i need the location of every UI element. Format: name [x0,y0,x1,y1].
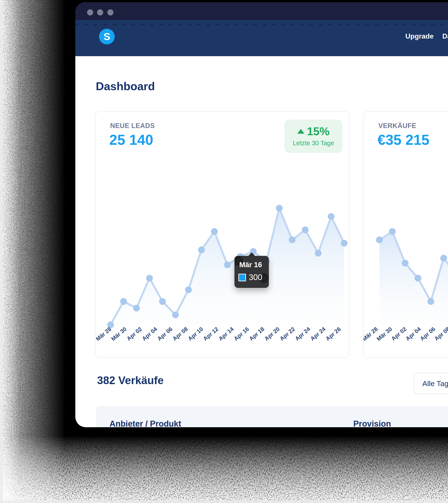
date-filter-button[interactable]: Alle Tage [414,373,448,394]
data-point[interactable] [224,261,231,268]
x-axis-label: Mär 28 [364,326,379,342]
data-point[interactable] [402,260,409,267]
trend-up-icon [297,129,304,134]
stat-label: NEUE LEADS [110,122,155,130]
nav-item-dashboard[interactable]: Dashboard [442,32,448,40]
data-point[interactable] [120,298,127,305]
x-axis-label: Apr 14 [217,325,235,342]
data-point[interactable] [185,287,192,293]
data-point[interactable] [289,236,296,243]
window-titlebar [75,2,448,20]
sales-section-title: 382 Verkäufe [97,374,164,387]
data-point[interactable] [198,246,205,253]
data-point[interactable] [341,240,347,246]
window-maximize-button[interactable] [107,9,113,16]
date-filter-label: Alle Tage [422,379,448,388]
stat-card-verkaeufe: Mär 28Mär 30Apr 02Apr 04Apr 06Apr 08 VER… [363,111,448,358]
app-header: S Upgrade Dashboard [75,20,448,56]
trend-badge: 15% Letzte 30 Tage [285,120,342,153]
sales-area-chart[interactable]: Mär 28Mär 30Apr 02Apr 04Apr 06Apr 08 [364,112,448,358]
x-axis-label: Mär 28 [95,326,112,342]
data-point[interactable] [146,275,153,282]
app-logo[interactable]: S [99,29,115,44]
tooltip-value: 300 [249,273,262,282]
tooltip-series-swatch [238,274,246,281]
x-axis-label: Apr 20 [263,326,281,342]
stat-value: €35 215 [377,131,430,148]
data-point[interactable] [159,298,166,305]
data-point[interactable] [328,213,335,220]
x-axis-label: Apr 04 [141,325,159,342]
data-point[interactable] [389,228,396,235]
nav-item-upgrade[interactable]: Upgrade [405,32,434,40]
sales-table-header-row: Anbieter / Produkt Provision [96,406,448,427]
trend-period: Letzte 30 Tage [285,140,342,147]
data-point[interactable] [211,228,218,235]
trend-delta: 15% [307,125,330,138]
x-axis-label: Apr 06 [419,326,436,342]
x-axis-label: Apr 12 [202,326,220,342]
window-close-button[interactable] [87,9,93,16]
stat-label: VERKÄUFE [378,122,416,130]
tooltip-date: Mär 16 [239,261,262,269]
data-point[interactable] [302,227,309,233]
x-axis-label: Apr 26 [324,326,342,342]
data-point[interactable] [133,305,140,312]
chart-tooltip: Mär 16 300 [234,256,269,288]
x-axis-label: Apr 02 [390,326,408,342]
data-point[interactable] [315,250,321,257]
stat-value: 25 140 [109,131,153,148]
data-point[interactable] [440,255,447,261]
x-axis-label: Apr 06 [156,326,174,342]
x-axis-label: Apr 22 [278,326,296,342]
x-axis-label: Mär 30 [110,326,128,342]
x-axis-label: Apr 08 [171,326,189,342]
window-minimize-button[interactable] [97,9,103,16]
column-header-anbieter-produkt[interactable]: Anbieter / Produkt [110,419,181,427]
x-axis-label: Apr 24 [294,325,312,342]
stat-card-neue-leads: Mär 28Mär 30Apr 02Apr 04Apr 06Apr 08Apr … [95,111,349,358]
x-axis-label: Mär 30 [375,326,393,342]
x-axis-label: Apr 08 [433,326,448,342]
x-axis-label: Apr 24 [309,325,327,342]
x-axis-label: Apr 10 [187,326,204,342]
x-axis-label: Apr 02 [125,326,143,342]
app-window: S Upgrade Dashboard Dashboard Mär 28Mär … [75,2,448,427]
data-point[interactable] [428,298,434,305]
screenshot-stage: S Upgrade Dashboard Dashboard Mär 28Mär … [0,0,448,503]
x-axis-label: Apr 04 [404,325,422,342]
header-texture [75,24,448,25]
app-logo-letter: S [104,31,110,42]
data-point[interactable] [276,205,283,212]
x-axis-label: Apr 16 [232,326,250,342]
data-point[interactable] [376,236,383,243]
page-title: Dashboard [96,80,155,93]
column-header-provision[interactable]: Provision [353,419,391,427]
data-point[interactable] [415,275,421,282]
x-axis-label: Apr 18 [248,326,266,342]
data-point[interactable] [172,311,179,318]
